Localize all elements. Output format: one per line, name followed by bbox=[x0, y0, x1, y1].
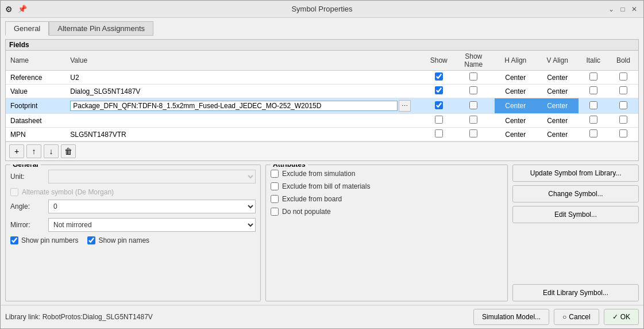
exclude-board-checkbox[interactable] bbox=[271, 195, 279, 203]
exclude-simulation-checkbox[interactable] bbox=[271, 170, 279, 178]
close-button[interactable]: ✕ bbox=[630, 5, 639, 14]
show-pin-names-checkbox[interactable] bbox=[87, 236, 95, 244]
exclude-simulation-label: Exclude from simulation bbox=[282, 170, 355, 178]
col-italic: Italic bbox=[579, 51, 608, 71]
alt-symbol-label: Alternate symbol (De Morgan) bbox=[22, 188, 114, 196]
show-pin-names-label: Show pin names bbox=[98, 236, 149, 244]
table-row[interactable]: MPNSLG5NT1487VTRCenterCenter bbox=[6, 128, 638, 141]
exclude-bom-row: Exclude from bill of materials bbox=[271, 182, 503, 190]
field-bold bbox=[608, 128, 638, 141]
show-pin-numbers-row: Show pin numbers bbox=[10, 236, 78, 244]
field-name: Footprint bbox=[6, 98, 65, 114]
ok-icon: ✓ bbox=[612, 313, 618, 321]
field-h-align: Center bbox=[495, 114, 537, 128]
field-bold bbox=[608, 85, 638, 98]
mirror-select[interactable]: Not mirrored Mirror X Mirror Y bbox=[48, 218, 256, 232]
tab-alternate-pin-assignments[interactable]: Alternate Pin Assignments bbox=[49, 21, 153, 36]
field-italic-checkbox[interactable] bbox=[589, 116, 597, 124]
field-h-align: Center bbox=[495, 71, 537, 85]
field-show bbox=[425, 71, 453, 85]
change-symbol-button[interactable]: Change Symbol... bbox=[512, 185, 639, 202]
update-symbol-button[interactable]: Update Symbol from Library... bbox=[512, 164, 639, 182]
field-italic-checkbox[interactable] bbox=[589, 86, 597, 94]
move-up-button[interactable]: ↑ bbox=[26, 144, 41, 158]
field-show-checkbox[interactable] bbox=[435, 101, 443, 109]
exclude-bom-checkbox[interactable] bbox=[271, 182, 279, 190]
field-show-checkbox[interactable] bbox=[435, 129, 443, 137]
field-bold-checkbox[interactable] bbox=[619, 116, 627, 124]
field-italic bbox=[579, 85, 608, 98]
tabs-bar: General Alternate Pin Assignments bbox=[5, 21, 639, 36]
table-row[interactable]: ValueDialog_SLG5NT1487VCenterCenter bbox=[6, 85, 638, 98]
field-show-name bbox=[453, 85, 495, 98]
col-bold: Bold bbox=[608, 51, 638, 71]
field-show-name-checkbox[interactable] bbox=[469, 72, 477, 81]
tab-general[interactable]: General bbox=[5, 21, 49, 36]
attributes-group-title: Attributes bbox=[271, 164, 308, 169]
field-bold-checkbox[interactable] bbox=[619, 72, 627, 81]
simulation-model-button[interactable]: Simulation Model... bbox=[473, 309, 549, 325]
col-h-align: H Align bbox=[495, 51, 537, 71]
field-show-name-checkbox[interactable] bbox=[469, 129, 477, 137]
app-icon: ⚙ bbox=[5, 5, 14, 14]
field-show bbox=[425, 114, 453, 128]
field-name: MPN bbox=[6, 128, 65, 141]
general-group-title: General bbox=[10, 164, 41, 169]
cancel-button[interactable]: ○ Cancel bbox=[554, 309, 599, 325]
browse-footprint-button[interactable]: ⋯ bbox=[399, 100, 411, 112]
field-show-checkbox[interactable] bbox=[435, 86, 443, 94]
footprint-input[interactable] bbox=[70, 101, 398, 111]
alt-symbol-checkbox[interactable] bbox=[10, 188, 18, 196]
do-not-populate-checkbox[interactable] bbox=[271, 208, 279, 216]
library-link: Library link: RobotProtos:Dialog_SLG5NT1… bbox=[5, 313, 469, 321]
table-row[interactable]: Footprint⋯CenterCenter bbox=[6, 98, 638, 114]
field-show-name-checkbox[interactable] bbox=[469, 116, 477, 124]
attributes-group: Attributes Exclude from simulation Exclu… bbox=[265, 164, 508, 301]
unit-select[interactable] bbox=[48, 170, 256, 183]
angle-label: Angle: bbox=[10, 202, 45, 211]
field-show-name bbox=[453, 114, 495, 128]
cancel-icon: ○ bbox=[562, 313, 566, 321]
do-not-populate-row: Do not populate bbox=[271, 208, 503, 216]
col-value: Value bbox=[65, 51, 425, 71]
table-row[interactable]: DatasheetCenterCenter bbox=[6, 114, 638, 128]
field-bold-checkbox[interactable] bbox=[619, 101, 627, 109]
field-show-name bbox=[453, 128, 495, 141]
field-show-checkbox[interactable] bbox=[435, 116, 443, 124]
edit-library-symbol-button[interactable]: Edit Library Symbol... bbox=[512, 284, 639, 301]
field-bold-checkbox[interactable] bbox=[619, 86, 627, 94]
alt-symbol-row: Alternate symbol (De Morgan) bbox=[10, 188, 256, 196]
field-name: Reference bbox=[6, 71, 65, 85]
field-show bbox=[425, 98, 453, 114]
show-pin-names-row: Show pin names bbox=[87, 236, 149, 244]
field-show bbox=[425, 85, 453, 98]
move-down-button[interactable]: ↓ bbox=[44, 144, 59, 158]
symbol-properties-window: ⚙ 📌 Symbol Properties ⌄ □ ✕ General Alte… bbox=[0, 0, 644, 329]
col-show: Show bbox=[425, 51, 453, 71]
field-italic-checkbox[interactable] bbox=[589, 72, 597, 81]
field-italic-checkbox[interactable] bbox=[589, 129, 597, 137]
field-italic bbox=[579, 71, 608, 85]
show-pin-numbers-checkbox[interactable] bbox=[10, 236, 18, 244]
delete-field-button[interactable]: 🗑 bbox=[61, 144, 76, 158]
field-show-checkbox[interactable] bbox=[435, 72, 443, 81]
field-bold-checkbox[interactable] bbox=[619, 129, 627, 137]
field-value: SLG5NT1487VTR bbox=[65, 128, 425, 141]
maximize-button[interactable]: □ bbox=[618, 5, 627, 14]
unit-row: Unit: bbox=[10, 170, 256, 183]
field-name: Value bbox=[6, 85, 65, 98]
add-field-button[interactable]: + bbox=[9, 144, 24, 158]
show-pin-numbers-label: Show pin numbers bbox=[21, 236, 78, 244]
minimize-button[interactable]: ⌄ bbox=[607, 5, 616, 14]
field-show-name-checkbox[interactable] bbox=[469, 86, 477, 94]
field-show-name-checkbox[interactable] bbox=[469, 101, 477, 109]
right-buttons: Update Symbol from Library... Change Sym… bbox=[512, 164, 639, 301]
angle-select[interactable]: 0 bbox=[48, 200, 256, 213]
field-bold bbox=[608, 98, 638, 114]
table-row[interactable]: ReferenceU2CenterCenter bbox=[6, 71, 638, 85]
footer: Library link: RobotProtos:Dialog_SLG5NT1… bbox=[1, 305, 643, 328]
edit-symbol-button[interactable]: Edit Symbol... bbox=[512, 206, 639, 223]
exclude-bom-label: Exclude from bill of materials bbox=[282, 182, 370, 190]
field-italic-checkbox[interactable] bbox=[589, 101, 597, 109]
ok-button[interactable]: ✓ OK bbox=[604, 309, 639, 325]
